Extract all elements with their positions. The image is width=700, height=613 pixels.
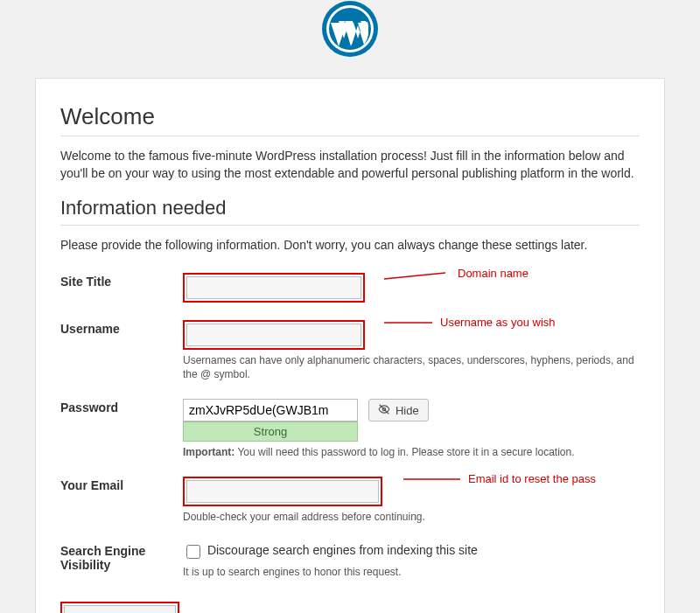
annotation-box bbox=[183, 273, 365, 303]
site-title-label: Site Title bbox=[60, 264, 183, 311]
info-instruction: Please provide the following information… bbox=[60, 236, 640, 254]
welcome-heading: Welcome bbox=[60, 103, 640, 136]
install-card: Welcome Welcome to the famous five-minut… bbox=[35, 78, 665, 613]
password-label: Password bbox=[60, 390, 183, 468]
install-wordpress-button[interactable]: Install WordPress bbox=[64, 605, 176, 613]
eye-slash-icon bbox=[378, 403, 390, 418]
password-important: Important: You will need this password t… bbox=[183, 445, 640, 459]
annotation-username: Username as you wish bbox=[384, 318, 437, 327]
site-title-input[interactable] bbox=[186, 276, 361, 299]
annotation-box: Install WordPress bbox=[60, 602, 179, 613]
install-form: Site Title Domain name Username bbox=[60, 264, 640, 588]
welcome-text: Welcome to the famous five-minute WordPr… bbox=[60, 147, 640, 183]
annotation-email: Email id to reset the pass bbox=[403, 475, 465, 484]
username-label: Username bbox=[60, 311, 183, 390]
logo-bar bbox=[4, 0, 696, 78]
password-strength-meter: Strong bbox=[183, 421, 358, 442]
wordpress-logo-icon bbox=[321, 0, 379, 58]
annotation-box bbox=[183, 320, 365, 350]
sev-checkbox-wrap[interactable]: Discourage search engines from indexing … bbox=[183, 543, 478, 557]
svg-line-4 bbox=[384, 273, 445, 279]
email-input[interactable] bbox=[186, 480, 379, 503]
sev-hint: It is up to search engines to honor this… bbox=[183, 565, 640, 579]
info-needed-heading: Information needed bbox=[60, 197, 640, 226]
annotation-site-title: Domain name bbox=[384, 269, 454, 282]
password-input[interactable] bbox=[183, 399, 358, 421]
hide-password-label: Hide bbox=[396, 404, 419, 417]
hide-password-button[interactable]: Hide bbox=[368, 399, 429, 421]
sev-checkbox-label: Discourage search engines from indexing … bbox=[207, 543, 478, 557]
email-label: Your Email bbox=[60, 468, 183, 533]
username-hint: Usernames can have only alphanumeric cha… bbox=[183, 353, 640, 381]
sev-checkbox[interactable] bbox=[186, 545, 200, 559]
username-input[interactable] bbox=[186, 324, 361, 346]
annotation-box bbox=[183, 477, 382, 506]
email-hint: Double-check your email address before c… bbox=[183, 510, 640, 524]
sev-label: Search Engine Visibility bbox=[60, 533, 183, 588]
